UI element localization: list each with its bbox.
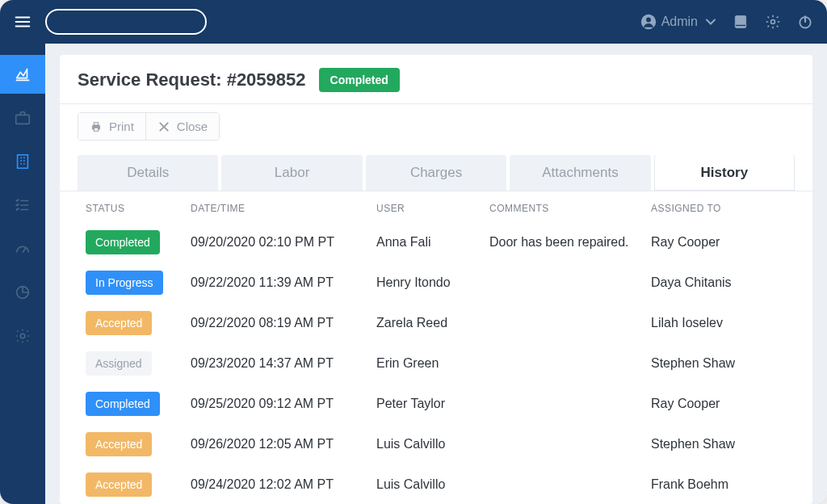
- print-label: Print: [109, 120, 134, 133]
- logout-button[interactable]: [795, 11, 816, 32]
- tab-attachments[interactable]: Attachments: [510, 155, 650, 191]
- column-header: STATUS: [86, 203, 191, 214]
- cell-user: Erin Green: [376, 356, 489, 371]
- tab-labor[interactable]: Labor: [221, 155, 362, 191]
- hamburger-icon: [14, 13, 31, 31]
- cell-comments: Door has been repaired.: [489, 235, 651, 250]
- tab-charges[interactable]: Charges: [366, 155, 506, 191]
- book-icon: [733, 14, 749, 30]
- tab-history[interactable]: History: [654, 155, 795, 191]
- status-badge: Accepted: [86, 472, 152, 497]
- title-prefix: Service Request:: [78, 69, 227, 90]
- nav-settings[interactable]: [0, 317, 45, 355]
- column-header: ASSIGNED TO: [651, 203, 787, 214]
- status-badge: In Progress: [86, 271, 163, 295]
- cell-datetime: 09/22/2020 08:19 AM PT: [191, 316, 376, 330]
- print-button[interactable]: Print: [78, 113, 145, 140]
- tab-details[interactable]: Details: [78, 155, 218, 191]
- cell-datetime: 09/24/2020 12:02 AM PT: [191, 477, 376, 492]
- table-row[interactable]: Accepted09/24/2020 12:02 AM PTLuis Calvi…: [78, 464, 790, 504]
- column-header: DATE/TIME: [191, 203, 376, 214]
- search-pill[interactable]: [45, 9, 207, 35]
- column-header: USER: [376, 203, 489, 214]
- svg-rect-14: [94, 122, 98, 124]
- column-header: COMMENTS: [489, 203, 651, 214]
- pie-chart-icon: [14, 284, 31, 301]
- table-row[interactable]: Accepted09/22/2020 08:19 AM PTZarela Ree…: [78, 303, 790, 343]
- admin-label: Admin: [661, 15, 698, 29]
- topbar-right: Admin: [640, 11, 816, 32]
- cell-user: Luis Calvillo: [376, 477, 489, 492]
- table-body[interactable]: Completed09/20/2020 02:10 PM PTAnna Fali…: [78, 222, 795, 504]
- power-icon: [797, 14, 813, 30]
- menu-button[interactable]: [11, 10, 34, 33]
- cell-assigned-to: Daya Chitanis: [651, 275, 782, 290]
- toolbar: Print Close: [60, 104, 812, 149]
- nav-properties[interactable]: [0, 142, 45, 181]
- close-label: Close: [177, 120, 208, 133]
- topbar: Admin: [0, 0, 827, 44]
- tool-group: Print Close: [78, 112, 220, 141]
- svg-rect-5: [735, 24, 745, 26]
- chart-area-icon: [14, 65, 31, 83]
- nav-meter[interactable]: [0, 229, 45, 268]
- docs-button[interactable]: [730, 11, 751, 32]
- admin-menu[interactable]: Admin: [640, 14, 719, 30]
- cell-datetime: 09/23/2020 14:37 AM PT: [191, 356, 376, 371]
- table-row[interactable]: Completed09/20/2020 02:10 PM PTAnna Fali…: [78, 222, 790, 262]
- nav-work[interactable]: [0, 99, 45, 137]
- panel: Service Request: #2059852 Completed Prin…: [60, 55, 812, 504]
- table-row[interactable]: In Progress09/22/2020 11:39 AM PTHenry I…: [78, 262, 790, 303]
- panel-header: Service Request: #2059852 Completed: [60, 55, 812, 104]
- status-badge-header: Completed: [319, 68, 400, 92]
- svg-rect-10: [18, 155, 28, 169]
- status-badge: Completed: [86, 392, 160, 416]
- main-area: Service Request: #2059852 Completed Prin…: [45, 44, 827, 504]
- svg-rect-9: [16, 115, 30, 124]
- settings-button[interactable]: [762, 11, 783, 32]
- svg-point-12: [20, 334, 25, 338]
- tabs: DetailsLaborChargesAttachmentsHistory: [78, 155, 795, 191]
- print-icon: [90, 120, 103, 133]
- cell-user: Anna Fali: [376, 235, 489, 250]
- cell-user: Luis Calvillo: [376, 437, 489, 452]
- svg-point-6: [771, 20, 775, 24]
- cell-datetime: 09/20/2020 02:10 PM PT: [191, 235, 376, 250]
- svg-rect-15: [94, 128, 98, 131]
- status-badge: Completed: [86, 230, 160, 254]
- table-row[interactable]: Completed09/25/2020 09:12 AM PTPeter Tay…: [78, 384, 790, 424]
- cell-user: Zarela Reed: [376, 316, 489, 330]
- table-header: STATUSDATE/TIMEUSERCOMMENTSASSIGNED TO: [78, 191, 795, 222]
- table-row[interactable]: Accepted09/26/2020 12:05 AM PTLuis Calvi…: [78, 424, 790, 464]
- app-frame: Admin: [0, 0, 827, 504]
- history-table: STATUSDATE/TIMEUSERCOMMENTSASSIGNED TO C…: [60, 191, 812, 504]
- page-title: Service Request: #2059852: [78, 69, 306, 90]
- nav-tasks[interactable]: [0, 186, 45, 225]
- gear-icon: [765, 14, 781, 30]
- status-badge: Accepted: [86, 311, 152, 335]
- user-avatar-icon: [640, 14, 657, 30]
- briefcase-icon: [14, 109, 31, 127]
- nav-reports[interactable]: [0, 273, 45, 312]
- search-input[interactable]: [65, 15, 206, 28]
- cell-datetime: 09/25/2020 09:12 AM PT: [191, 397, 376, 411]
- cell-assigned-to: Lilah Ioselev: [651, 316, 782, 330]
- nav-dashboard[interactable]: [0, 55, 45, 94]
- cell-datetime: 09/22/2020 11:39 AM PT: [191, 275, 376, 290]
- chevron-down-icon: [703, 14, 719, 30]
- cell-assigned-to: Stephen Shaw: [651, 356, 782, 371]
- checklist-icon: [14, 196, 31, 214]
- status-badge: Accepted: [86, 432, 152, 456]
- sidenav: [0, 44, 45, 504]
- cell-user: Henry Itondo: [376, 275, 489, 290]
- svg-point-3: [646, 18, 651, 23]
- request-id: #2059852: [227, 69, 306, 90]
- close-icon: [157, 120, 170, 133]
- close-button[interactable]: Close: [145, 113, 219, 140]
- cell-datetime: 09/26/2020 12:05 AM PT: [191, 437, 376, 452]
- building-icon: [14, 153, 31, 170]
- gauge-icon: [14, 240, 31, 258]
- status-badge: Assigned: [86, 351, 152, 376]
- table-row[interactable]: Assigned09/23/2020 14:37 AM PTErin Green…: [78, 343, 790, 384]
- cell-assigned-to: Frank Boehm: [651, 477, 782, 492]
